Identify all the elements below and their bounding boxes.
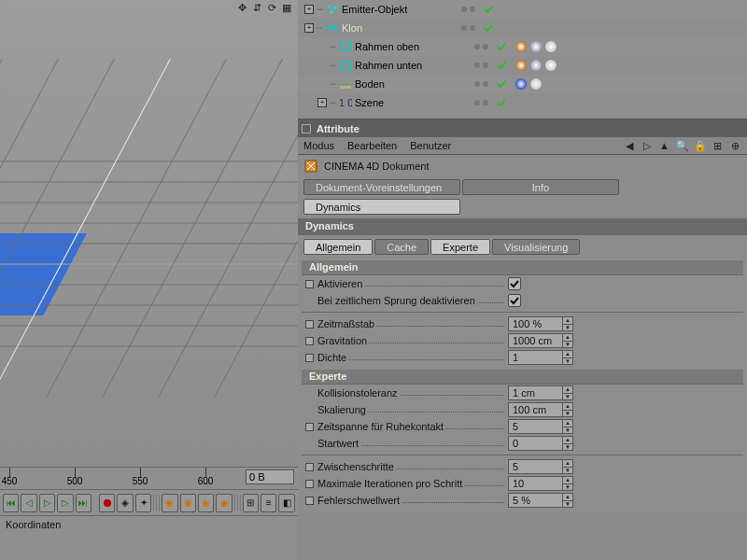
goto-start-button[interactable]: ⏮	[3, 494, 19, 512]
opt1-button[interactable]: ◉	[162, 494, 177, 512]
param-toggle[interactable]	[305, 463, 314, 471]
object-manager[interactable]: +┈Emitter-Objekt+┈Klon┈Rahmen oben┈Rahme…	[298, 0, 747, 119]
visibility-dots[interactable]	[468, 100, 494, 105]
object-tags[interactable]	[514, 40, 557, 53]
nav-fwd-icon[interactable]: ▷	[641, 140, 653, 152]
key-button[interactable]: ◈	[117, 494, 133, 512]
spinner-icon[interactable]: ▲▼	[562, 403, 572, 416]
opt4-button[interactable]: ◉	[216, 494, 232, 512]
spinner-icon[interactable]: ▲▼	[562, 477, 572, 490]
vp-updown-icon[interactable]: ⇵	[251, 2, 262, 13]
frame-field[interactable]: 0 B	[246, 469, 294, 484]
timeline-ruler[interactable]: 450 500 550 600 0 B	[0, 467, 298, 489]
search-icon[interactable]: 🔍	[676, 140, 688, 152]
spinner-icon[interactable]: ▲▼	[562, 351, 572, 364]
object-row[interactable]: +┈Emitter-Objekt	[298, 0, 747, 19]
expand-icon[interactable]: +	[304, 5, 314, 14]
play-button[interactable]: ▷	[39, 494, 55, 512]
enable-check-icon[interactable]	[497, 98, 506, 107]
tab-dynamics-main[interactable]: Dynamics	[303, 199, 460, 215]
object-name[interactable]: Klon	[342, 22, 452, 34]
expand-icon[interactable]: +	[317, 98, 327, 107]
tab-dokument-voreinstellungen[interactable]: Dokument-Voreinstellungen	[303, 179, 460, 195]
menu-modus[interactable]: Modus	[303, 140, 334, 151]
goto-end-button[interactable]: ⏭	[76, 494, 92, 512]
object-name[interactable]: Boden	[355, 78, 465, 90]
extra3-button[interactable]: ◧	[278, 494, 294, 512]
spinner-icon[interactable]: ▲▼	[562, 386, 572, 399]
param-toggle[interactable]	[305, 497, 314, 505]
tab-visualisierung[interactable]: Visualisierung	[492, 239, 580, 255]
visibility-dots[interactable]	[468, 44, 494, 49]
visibility-dots[interactable]	[468, 63, 494, 68]
param-toggle[interactable]	[305, 423, 314, 431]
menu-bearbeiten[interactable]: Bearbeiten	[347, 140, 397, 151]
add-icon[interactable]: ⊕	[729, 140, 741, 152]
spinner-icon[interactable]: ▲▼	[562, 334, 572, 347]
param-toggle[interactable]	[305, 480, 314, 488]
lock-icon[interactable]: 🔒	[694, 140, 706, 152]
object-name[interactable]: Szene	[355, 97, 465, 108]
property-field[interactable]: 1▲▼	[508, 350, 573, 365]
param-toggle[interactable]	[305, 320, 314, 329]
object-name[interactable]: Rahmen unten	[355, 60, 465, 71]
property-field[interactable]: 1000 cm▲▼	[508, 333, 573, 348]
viewport-3d[interactable]: ✥ ⇵ ⟳ ▦	[0, 0, 298, 467]
object-row[interactable]: +┈1 0Szene	[298, 93, 747, 112]
tab-cache[interactable]: Cache	[374, 239, 429, 255]
param-toggle[interactable]	[305, 280, 314, 288]
property-checkbox[interactable]	[508, 277, 521, 290]
menu-benutzer[interactable]: Benutzer	[410, 140, 451, 151]
visibility-dots[interactable]	[468, 81, 494, 87]
opt3-button[interactable]: ◉	[198, 494, 214, 512]
spinner-icon[interactable]: ▲▼	[562, 460, 572, 473]
spinner-icon[interactable]: ▲▼	[562, 494, 572, 507]
step-fwd-button[interactable]: ▷	[57, 494, 73, 512]
vp-rotate-icon[interactable]: ⟳	[266, 2, 277, 13]
nav-back-icon[interactable]: ◀	[623, 140, 635, 152]
property-field[interactable]: 0▲▼	[508, 436, 573, 451]
vp-move-icon[interactable]: ✥	[236, 2, 247, 13]
object-row[interactable]: ┈Rahmen oben	[298, 37, 747, 56]
property-field[interactable]: 5▲▼	[508, 459, 573, 474]
object-name[interactable]: Emitter-Objekt	[342, 4, 452, 15]
spinner-icon[interactable]: ▲▼	[562, 317, 572, 330]
opt2-button[interactable]: ◉	[180, 494, 196, 512]
object-name[interactable]: Rahmen oben	[355, 41, 465, 52]
enable-check-icon[interactable]	[497, 61, 506, 70]
property-field[interactable]: 10▲▼	[508, 476, 573, 491]
nav-up-icon[interactable]: ▲	[658, 140, 670, 152]
enable-check-icon[interactable]	[484, 5, 493, 14]
object-row[interactable]: ┈Boden	[298, 75, 747, 93]
spinner-icon[interactable]: ▲▼	[562, 437, 572, 450]
param-toggle[interactable]	[305, 337, 314, 345]
tab-info[interactable]: Info	[462, 179, 619, 195]
grid-icon[interactable]: ⊞	[712, 140, 724, 152]
spinner-icon[interactable]: ▲▼	[562, 420, 572, 433]
enable-check-icon[interactable]	[484, 23, 493, 33]
object-row[interactable]: +┈Klon	[298, 19, 747, 37]
record-button[interactable]	[99, 494, 115, 512]
vp-layout-icon[interactable]: ▦	[281, 2, 292, 13]
step-back-button[interactable]: ◁	[21, 494, 36, 512]
property-checkbox[interactable]	[508, 294, 521, 307]
visibility-dots[interactable]	[455, 25, 481, 31]
tab-experte[interactable]: Experte	[430, 239, 490, 255]
object-tags[interactable]	[514, 59, 557, 72]
expand-icon[interactable]: +	[304, 23, 314, 33]
panel-toggle-icon[interactable]	[302, 124, 311, 133]
property-field[interactable]: 100 %▲▼	[508, 316, 573, 331]
property-field[interactable]: 1 cm▲▼	[508, 385, 573, 400]
visibility-dots[interactable]	[455, 7, 481, 12]
enable-check-icon[interactable]	[497, 79, 506, 89]
autokey-button[interactable]: ✦	[135, 494, 151, 512]
property-field[interactable]: 5▲▼	[508, 419, 573, 434]
property-field[interactable]: 100 cm▲▼	[508, 402, 573, 417]
extra2-button[interactable]: ≡	[261, 494, 276, 512]
tab-allgemein[interactable]: Allgemein	[303, 239, 373, 255]
extra1-button[interactable]: ⊞	[243, 494, 259, 512]
property-field[interactable]: 5 %▲▼	[508, 493, 573, 508]
object-row[interactable]: ┈Rahmen unten	[298, 56, 747, 75]
param-toggle[interactable]	[305, 354, 314, 362]
enable-check-icon[interactable]	[497, 42, 506, 51]
